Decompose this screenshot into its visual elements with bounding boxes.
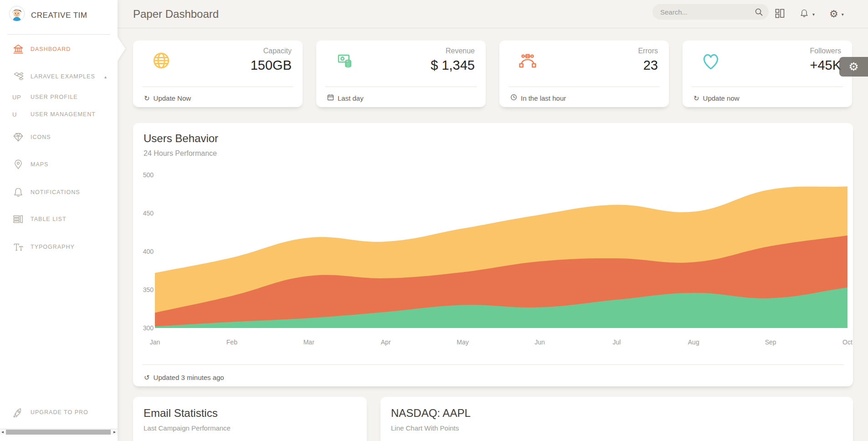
brand-name: CREATIVE TIM [31, 11, 87, 20]
stat-card-followers: Followers +45K ↻ Update now [683, 41, 852, 107]
divider [142, 87, 293, 87]
calendar-icon [327, 94, 334, 102]
users-behavior-card: Users Behavior 24 Hours Performance 500 … [133, 123, 853, 386]
brand-divider [7, 34, 110, 35]
y-axis-label: 500 [135, 171, 154, 179]
card-subtitle: Last Campaign Performance [144, 424, 231, 432]
globe-icon [149, 49, 173, 72]
sidebar-item-dashboard[interactable]: DASHBOARD [0, 38, 118, 60]
mini-label: UP [12, 94, 31, 101]
x-axis-label: Aug [688, 338, 699, 346]
email-statistics-card: Email Statistics Last Campaign Performan… [133, 397, 367, 441]
sidebar-item-laravel-examples[interactable]: LARAVEL EXAMPLES ▴ [0, 66, 118, 87]
stat-card-errors: Errors 23 In the last hour [499, 41, 669, 107]
chart-title: Users Behavior [144, 132, 218, 145]
stat-label: Revenue [446, 47, 475, 55]
sidebar-item-user-management[interactable]: U USER MANAGEMENT [0, 105, 118, 123]
map-pin-icon [12, 159, 31, 170]
area-chart: 500 450 400 350 300 Jan Feb Mar Apr May … [133, 164, 853, 349]
horizontal-scrollbar[interactable]: ◄ ► [0, 429, 118, 435]
table-list-icon [12, 213, 31, 225]
stat-card-revenue: Revenue $ 1,345 Last day [316, 41, 486, 107]
sidebar-item-typography[interactable]: TYPOGRAPHY [0, 236, 118, 258]
x-axis-label: Oct [842, 338, 853, 346]
settings-dropdown-button[interactable]: ⚙ ▾ [829, 6, 844, 22]
top-navbar: Paper Dashboard ▾ ⚙ ▾ [118, 0, 868, 28]
typography-icon [12, 241, 31, 253]
chart-footer-text: Updated 3 minutes ago [154, 374, 224, 381]
stat-footer: ↻ Update Now [144, 91, 191, 105]
sidebar: CREATIVE TIM DASHBOARD LARAVEL EXAMPLES … [0, 0, 118, 441]
diamond-icon [12, 131, 31, 143]
active-item-arrow [118, 37, 125, 61]
search-box [652, 4, 769, 20]
clock-icon [510, 94, 517, 102]
stat-footer-text: In the last hour [521, 94, 566, 102]
stat-label: Capacity [263, 47, 292, 55]
fixed-settings-button[interactable]: ⚙ [839, 57, 868, 77]
chevron-down-icon: ▾ [842, 12, 844, 17]
divider [325, 87, 477, 87]
scroll-left-arrow[interactable]: ◄ [0, 429, 5, 435]
scrollbar-thumb[interactable] [6, 430, 111, 435]
sidebar-item-upgrade-to-pro[interactable]: UPGRADE TO PRO [0, 401, 118, 423]
stat-label: Followers [810, 47, 841, 55]
layout-grid-icon [775, 9, 785, 20]
sidebar-item-label: UPGRADE TO PRO [31, 409, 88, 415]
stat-value: +45K [810, 58, 841, 73]
card-title: NASDAQ: AAPL [391, 407, 471, 420]
chart-footer: ↺ Updated 3 minutes ago [144, 370, 224, 384]
sidebar-item-label: LARAVEL EXAMPLES [31, 73, 95, 80]
sidebar-item-label: TABLE LIST [31, 216, 67, 222]
search-input[interactable] [652, 4, 753, 20]
brand[interactable]: CREATIVE TIM [0, 0, 118, 35]
layout-grid-button[interactable] [775, 6, 785, 22]
page-title: Paper Dashboard [133, 8, 219, 21]
x-axis-label: Mar [303, 338, 314, 346]
stat-footer: In the last hour [510, 91, 566, 105]
stat-value: $ 1,345 [431, 58, 475, 73]
nasdaq-aapl-card: NASDAQ: AAPL Line Chart With Points [380, 397, 853, 441]
history-icon: ↺ [144, 374, 150, 381]
laravel-icon [12, 71, 31, 82]
bell-icon [799, 8, 809, 20]
bank-icon [12, 43, 31, 55]
stat-card-capacity: Capacity 150GB ↻ Update Now [133, 41, 303, 107]
y-axis-label: 350 [135, 286, 154, 293]
sidebar-item-icons[interactable]: ICONS [0, 126, 118, 148]
x-axis-label: Jan [150, 338, 160, 346]
y-axis-label: 300 [135, 324, 154, 332]
sidebar-item-label: MAPS [31, 161, 48, 168]
stat-value: 23 [643, 58, 658, 73]
sidebar-item-table-list[interactable]: TABLE LIST [0, 208, 118, 230]
scroll-right-arrow[interactable]: ► [112, 429, 117, 435]
sidebar-item-maps[interactable]: MAPS [0, 154, 118, 175]
divider [508, 87, 660, 87]
x-axis-label: Sep [765, 338, 776, 346]
chevron-up-icon: ▴ [104, 74, 107, 79]
notifications-dropdown-button[interactable]: ▾ [799, 6, 815, 22]
sidebar-item-label: USER PROFILE [31, 94, 78, 100]
search-icon[interactable] [755, 8, 763, 18]
heart-icon [699, 49, 723, 72]
x-axis-label: Feb [226, 338, 237, 346]
x-axis-label: Jul [612, 338, 621, 346]
money-coins-icon [333, 49, 356, 72]
stat-footer-text: Update now [703, 94, 740, 102]
brand-avatar [9, 6, 25, 21]
y-axis-label: 400 [135, 248, 154, 255]
mini-label: U [12, 111, 31, 118]
y-axis-label: 450 [135, 210, 154, 217]
refresh-icon: ↻ [693, 95, 699, 102]
sidebar-item-user-profile[interactable]: UP USER PROFILE [0, 88, 118, 106]
sidebar-item-label: DASHBOARD [31, 46, 71, 52]
chevron-down-icon: ▾ [812, 12, 815, 17]
x-axis-label: May [457, 338, 468, 346]
stat-label: Errors [638, 47, 658, 55]
sidebar-item-label: ICONS [31, 134, 51, 140]
card-title: Email Statistics [144, 407, 218, 420]
sidebar-item-label: NOTIFICATIONS [31, 189, 80, 195]
sidebar-item-notifications[interactable]: NOTIFICATIONS [0, 181, 118, 203]
vector-icon [516, 49, 539, 72]
divider [142, 364, 844, 365]
